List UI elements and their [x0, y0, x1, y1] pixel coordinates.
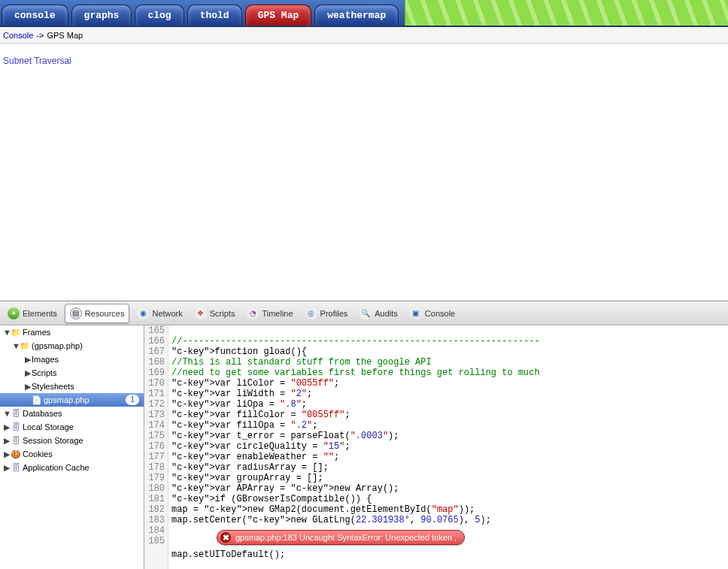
disclosure-triangle-icon[interactable]: ▶	[24, 355, 32, 365]
tree-label: Session Storage	[23, 436, 83, 445]
audits-icon: 🔍	[359, 307, 372, 319]
database-icon: 🗄	[11, 409, 21, 418]
devtools-tab-timeline[interactable]: ◔ Timeline	[242, 304, 297, 323]
code-line: "c-key">var liOpa = ".8";	[171, 399, 728, 410]
tree-cookies[interactable]: ▶ 🍪 Cookies	[0, 447, 144, 461]
code-line	[171, 325, 728, 336]
cookie-icon: 🍪	[11, 449, 21, 459]
folder-icon: 📁	[20, 341, 30, 351]
tree-frames[interactable]: ▼ 📁 Frames	[0, 325, 144, 339]
breadcrumb-sep: ->	[36, 31, 44, 40]
code-line	[171, 560, 728, 569]
tree-label: Frames	[23, 328, 50, 337]
tree-app-cache[interactable]: ▶ 🗄 Application Cache	[0, 461, 144, 474]
devtools-tab-label: Network	[152, 309, 182, 318]
breadcrumb-console-link[interactable]: Console	[3, 31, 33, 40]
tree-label: Application Cache	[23, 463, 89, 472]
profiles-icon: ◎	[305, 307, 317, 319]
tree-label: Images	[32, 355, 59, 364]
devtools-tab-label: Profiles	[320, 309, 348, 318]
breadcrumb: Console -> GPS Map	[0, 27, 728, 44]
source-lines: //--------------------------------------…	[171, 325, 728, 569]
tab-weathermap[interactable]: weathermap	[314, 5, 399, 26]
storage-icon: 🗄	[11, 436, 21, 445]
error-count-badge: 1	[126, 395, 139, 405]
header-decoration	[405, 0, 728, 26]
subnet-traversal-link[interactable]: Subnet Traversal	[3, 56, 728, 66]
devtools-tab-elements[interactable]: ✶ Elements	[3, 304, 62, 323]
devtools-tab-resources[interactable]: ▤ Resources	[65, 304, 130, 323]
disclosure-triangle-icon[interactable]: ▼	[3, 328, 11, 337]
code-line: "c-key">var liWidth = "2";	[171, 389, 728, 399]
scripts-icon: ❖	[195, 307, 207, 319]
tree-session-storage[interactable]: ▶ 🗄 Session Storage	[0, 434, 144, 447]
disclosure-triangle-icon[interactable]: ▶	[3, 449, 11, 459]
source-code-viewer[interactable]: 1651661671681691701711721731741751761771…	[144, 325, 728, 569]
tree-databases[interactable]: ▼ 🗄 Databases	[0, 407, 144, 420]
disclosure-triangle-icon[interactable]: ▼	[3, 409, 11, 418]
code-line: //need to get some variables first befor…	[171, 368, 728, 378]
devtools-tab-label: Resources	[85, 309, 125, 318]
code-line: "c-key">var liColor = "0055ff";	[171, 378, 728, 389]
tree-label: gpsmap.php	[44, 395, 89, 404]
code-line: "c-key">if (GBrowserIsCompatible()) {	[171, 494, 728, 504]
tree-label: (gpsmap.php)	[32, 341, 83, 350]
tree-folder-gpsmap[interactable]: ▼ 📁 (gpsmap.php)	[0, 339, 144, 353]
error-icon: ✖	[220, 532, 231, 543]
tab-console[interactable]: console	[2, 5, 68, 26]
tree-local-storage[interactable]: ▶ 🗄 Local Storage	[0, 420, 144, 434]
code-line: "c-key">var circleQuality = "15";	[171, 441, 728, 452]
tree-scripts[interactable]: ▶ Scripts	[0, 366, 144, 380]
resources-tree[interactable]: ▼ 📁 Frames ▼ 📁 (gpsmap.php) ▶ Images ▶ S…	[0, 325, 144, 569]
code-line: "c-key">function gload(){	[171, 347, 728, 357]
disclosure-triangle-icon[interactable]: ▶	[3, 463, 11, 473]
appcache-icon: 🗄	[11, 463, 21, 472]
code-line: "c-key">var APArray = "c-key">new Array(…	[171, 483, 728, 494]
tree-label: Local Storage	[23, 422, 74, 431]
tab-gpsmap[interactable]: GPS Map	[245, 5, 312, 26]
tree-label: Databases	[23, 409, 62, 418]
disclosure-triangle-icon[interactable]: ▶	[24, 382, 32, 392]
devtools-tab-profiles[interactable]: ◎ Profiles	[301, 304, 353, 323]
elements-icon: ✶	[8, 307, 20, 319]
devtools-tab-network[interactable]: ◉ Network	[132, 304, 187, 323]
devtools-tab-scripts[interactable]: ❖ Scripts	[190, 304, 240, 323]
code-line: "c-key">var fillColor = "0055ff";	[171, 410, 728, 420]
tree-label: Scripts	[32, 368, 57, 377]
devtools-tab-console[interactable]: ▣ Console	[405, 304, 460, 323]
disclosure-triangle-icon[interactable]: ▶	[3, 436, 11, 446]
timeline-icon: ◔	[247, 307, 259, 319]
console-icon: ▣	[410, 307, 422, 319]
folder-icon: 📁	[11, 328, 21, 337]
disclosure-triangle-icon[interactable]: ▼	[12, 341, 20, 350]
tree-images[interactable]: ▶ Images	[0, 353, 144, 366]
devtools-tab-label: Timeline	[262, 309, 293, 318]
tree-file-gpsmap-php[interactable]: 📄 gpsmap.php 1	[0, 393, 144, 407]
disclosure-triangle-icon[interactable]: ▶	[3, 422, 11, 432]
tab-thold[interactable]: thold	[187, 5, 242, 26]
code-line: map.setCenter("c-key">new GLatLng(22.301…	[171, 515, 728, 525]
disclosure-triangle-icon[interactable]: ▶	[24, 368, 32, 378]
devtools-tab-label: Scripts	[210, 309, 235, 318]
code-line: "c-key">var groupArray = [];	[171, 473, 728, 483]
code-line: "c-key">var fillOpa = ".2";	[171, 420, 728, 431]
storage-icon: 🗄	[11, 422, 21, 431]
tab-clog[interactable]: clog	[135, 5, 184, 26]
code-line: map = "c-key">new GMap2(document.getElem…	[171, 504, 728, 515]
code-line: "c-key">var t_error = parseFloat(".0003"…	[171, 431, 728, 441]
tab-graphs[interactable]: graphs	[71, 5, 132, 26]
devtools-tab-label: Console	[425, 309, 455, 318]
devtools-panel: ✶ Elements ▤ Resources ◉ Network ❖ Scrip…	[0, 301, 728, 569]
tree-stylesheets[interactable]: ▶ Stylesheets	[0, 380, 144, 393]
code-line: "c-key">var radiusArray = [];	[171, 462, 728, 473]
breadcrumb-current: GPS Map	[47, 31, 83, 40]
syntax-error-badge[interactable]: ✖gpsmap.php:183 Uncaught SyntaxError: Un…	[217, 530, 465, 545]
line-number-gutter: 1651661671681691701711721731741751761771…	[144, 325, 168, 569]
devtools-tab-bar: ✶ Elements ▤ Resources ◉ Network ❖ Scrip…	[0, 301, 728, 325]
resources-icon: ▤	[70, 307, 82, 319]
tree-label: Cookies	[23, 449, 53, 459]
devtools-tab-label: Elements	[23, 309, 57, 318]
code-line: //--------------------------------------…	[171, 336, 728, 347]
devtools-tab-audits[interactable]: 🔍 Audits	[355, 304, 402, 323]
devtools-tab-label: Audits	[375, 309, 398, 318]
